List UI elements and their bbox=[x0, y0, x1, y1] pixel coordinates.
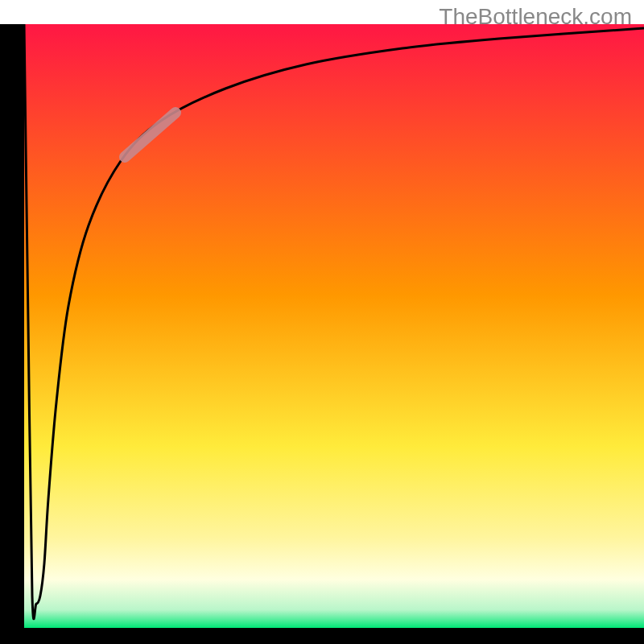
plot-area bbox=[24, 24, 644, 628]
watermark-text: TheBottleneck.com bbox=[439, 4, 632, 30]
chart-container: TheBottleneck.com bbox=[0, 0, 644, 644]
chart-svg bbox=[0, 0, 644, 644]
